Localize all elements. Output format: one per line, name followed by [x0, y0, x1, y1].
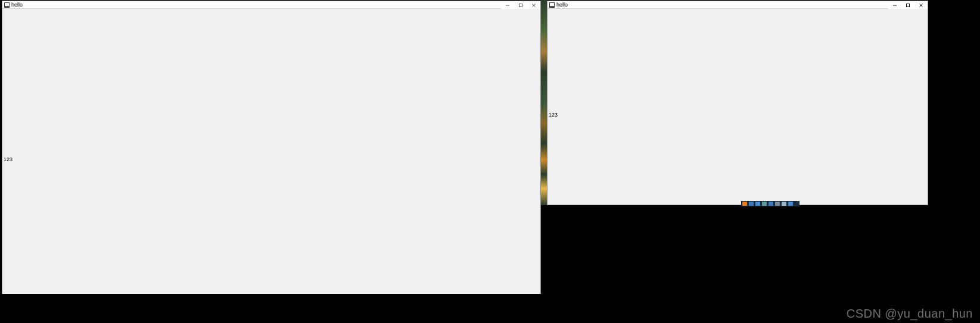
window-controls-right	[888, 1, 928, 9]
taskbar-icon[interactable]	[742, 202, 747, 206]
svg-rect-8	[550, 3, 554, 6]
svg-rect-11	[907, 4, 910, 7]
window-controls-left	[501, 1, 540, 9]
watermark: CSDN @yu_duan_hun	[847, 307, 973, 321]
client-area-right: 123	[547, 9, 928, 205]
taskbar-icon[interactable]	[749, 202, 754, 206]
app-window-right: hello 123	[547, 1, 928, 205]
content-label-left: 123	[4, 156, 13, 162]
svg-rect-4	[519, 4, 522, 7]
taskbar-icon[interactable]	[769, 202, 773, 206]
minimize-button[interactable]	[501, 1, 514, 9]
close-button[interactable]	[527, 1, 540, 9]
taskbar-icon[interactable]	[775, 202, 780, 206]
app-icon	[4, 2, 10, 8]
minimize-button[interactable]	[888, 1, 901, 9]
titlebar-left[interactable]: hello	[2, 1, 540, 9]
close-button[interactable]	[914, 1, 928, 9]
window-title-left: hello	[11, 1, 23, 9]
taskbar-icon[interactable]	[755, 202, 760, 206]
svg-rect-2	[5, 6, 9, 7]
app-window-left: hello 123	[2, 1, 541, 306]
client-area-left: 123	[2, 9, 540, 305]
desktop-gap	[541, 0, 547, 205]
taskbar-icon[interactable]	[782, 202, 786, 206]
titlebar-right[interactable]: hello	[547, 1, 928, 9]
maximize-button[interactable]	[514, 1, 527, 9]
maximize-button[interactable]	[901, 1, 914, 9]
svg-rect-1	[5, 3, 9, 6]
svg-rect-9	[550, 6, 554, 7]
content-label-right: 123	[549, 112, 558, 118]
taskbar	[741, 201, 799, 206]
app-icon	[549, 2, 555, 8]
window-title-right: hello	[556, 1, 568, 9]
black-strip-left	[2, 294, 541, 306]
taskbar-icon[interactable]	[788, 202, 793, 206]
taskbar-icon[interactable]	[762, 202, 767, 206]
